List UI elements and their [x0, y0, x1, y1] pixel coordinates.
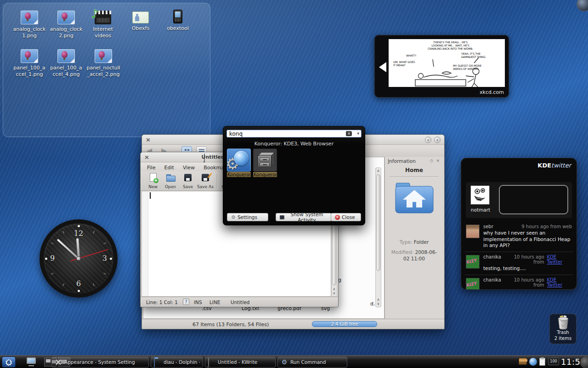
tweet-item[interactable]: chanika 10 hours ago from KDE Twitter te…: [465, 252, 573, 275]
desktop-toolbox-icon[interactable]: [577, 0, 588, 12]
kwallet-tray-icon[interactable]: [519, 358, 527, 365]
chanika-avatar: [466, 255, 480, 269]
vertical-scrollbar[interactable]: ∧ ∧ ∨: [375, 167, 381, 307]
save-button[interactable]: Save: [179, 173, 197, 189]
folder-icon: [154, 358, 161, 366]
tweet-item[interactable]: chanika 10 hours ago from KDE Twitter bl…: [465, 275, 573, 290]
save-as-button[interactable]: Save As: [197, 173, 214, 189]
text-cursor: [150, 192, 151, 199]
tool-label: New: [144, 184, 162, 189]
new-button[interactable]: New: [144, 173, 162, 189]
desktop-icon-panel-100-accel-1[interactable]: panel_100_a ccel_1.png: [11, 49, 48, 78]
clock-dot: [110, 258, 112, 260]
network-tray-icon[interactable]: [529, 358, 537, 366]
tweet-meta: 9 hours ago from web: [521, 224, 572, 229]
task-run-command[interactable]: ⚙ Run Command: [277, 356, 347, 368]
floppy-save-as-icon: [201, 173, 210, 182]
desktop-icon-internet-videos[interactable]: ♪ Internet videos: [85, 11, 121, 39]
trash-can-icon: [556, 315, 570, 330]
task-label: Run Command: [290, 359, 326, 365]
analog-clock-widget[interactable]: 12 3 6 9: [40, 219, 118, 298]
desktop-icon-analog-clock-2[interactable]: analog_clock 2.png: [48, 11, 85, 39]
scroll-up-icon[interactable]: ∧: [332, 287, 337, 291]
konqueror-globe-icon: ⚙: [227, 149, 251, 172]
shade-window-icon[interactable]: ∨: [425, 137, 431, 143]
task-label: Appearance - System Setting: [64, 359, 135, 365]
result-konqueror-browser[interactable]: ⚙ Konqueror: [227, 149, 251, 177]
scroll-down-icon[interactable]: ∨: [332, 291, 337, 295]
tweet-meta: 10 hours ago from: [504, 254, 544, 264]
maximize-window-icon[interactable]: ∧: [434, 137, 441, 143]
chevron-down-icon[interactable]: ▾: [357, 131, 359, 136]
tweet-item[interactable]: sebr 9 hours ago from web why have I nev…: [465, 222, 573, 252]
device-notifier-icon[interactable]: [26, 357, 38, 367]
tweet-input[interactable]: [499, 185, 568, 214]
desktop-icon-panel-noctull-accel-2[interactable]: panel_noctull _accel_2.png: [85, 49, 122, 78]
klipper-tray-icon[interactable]: [539, 358, 545, 366]
trash-count: 2 items: [550, 336, 576, 342]
show-system-activity-button[interactable]: Show System Activity: [276, 213, 332, 221]
menu-view[interactable]: View: [183, 165, 195, 171]
tweet-text: testing, testing....: [483, 265, 572, 272]
logo-kde: KDE: [537, 162, 551, 169]
trash-widget[interactable]: Trash 2 items: [549, 314, 577, 344]
task-kwrite[interactable]: Untitled - KWrite: [205, 356, 276, 368]
krunner-dialog: konq × ▾ Konqueror: KDE3, Web Browser ⚙ …: [223, 126, 365, 225]
clear-text-icon[interactable]: ×: [346, 131, 352, 136]
desktop-icon-obextool[interactable]: obextool: [159, 10, 196, 32]
image-thumbnail-icon: [95, 49, 112, 63]
battery-tray-icon[interactable]: 100: [548, 358, 559, 365]
settings-button[interactable]: ⚙ Settings: [227, 213, 268, 221]
open-button[interactable]: Open: [162, 173, 179, 189]
scroll-up-icon[interactable]: ∧: [376, 169, 381, 173]
scroll-down-icon[interactable]: ∨: [376, 302, 381, 306]
close-button[interactable]: × Close: [331, 213, 361, 221]
kde-menu-button[interactable]: ⚙ K: [2, 356, 16, 368]
wrench-icon: ⚙: [231, 214, 236, 220]
image-thumbnail-icon: [21, 11, 38, 24]
tools-icon: [55, 358, 62, 366]
desktop-icon-analog-clock-1[interactable]: analog_clock 1.png: [11, 11, 48, 39]
floppy-save-icon: [183, 173, 192, 182]
button-label: Settings: [237, 214, 257, 220]
icon-label: obextool: [159, 25, 196, 32]
clock-number: 12: [74, 229, 83, 238]
run-command-input[interactable]: konq × ▾: [226, 130, 362, 138]
file-label-partial[interactable]: d.: [370, 301, 375, 307]
tweet-user: chanika: [483, 277, 501, 288]
menu-file[interactable]: File: [147, 165, 155, 171]
icon-label: panel_100_a ccel_1.png: [11, 65, 48, 78]
insert-mode-indicator[interactable]: INS: [194, 299, 202, 305]
scroll-up-icon[interactable]: ∧: [376, 298, 381, 302]
scrollbar-thumb[interactable]: [376, 174, 380, 271]
menu-edit[interactable]: Edit: [164, 165, 174, 171]
float-panel-icon[interactable]: ◇: [430, 158, 433, 163]
previous-comic-arrow-icon[interactable]: [379, 62, 386, 72]
type-value: Folder: [414, 239, 429, 245]
tool-label: Save: [179, 184, 197, 189]
clock-number: 3: [102, 254, 107, 263]
close-panel-icon[interactable]: ×: [436, 158, 440, 163]
help-button[interactable]: ?: [183, 299, 189, 305]
tool-label: Open: [162, 184, 179, 189]
task-system-settings[interactable]: Appearance - System Setting: [51, 356, 149, 368]
kdetwitter-logo: KDEtwitter: [537, 162, 571, 169]
panel-toolbox-icon[interactable]: [580, 356, 588, 368]
tweet-source-link[interactable]: KDE Twitter: [547, 254, 572, 264]
panel-title: Information: [388, 158, 416, 164]
task-dolphin[interactable]: diau - Dolphin <2>: [151, 356, 203, 368]
close-red-icon: ×: [335, 215, 340, 220]
file-label-partial[interactable]: g: [338, 277, 341, 283]
line-col-indicator: Line: 1 Col: 1: [146, 299, 178, 305]
result-konqueror-filemanager[interactable]: Konqueror: [253, 149, 277, 177]
selection-mode-indicator[interactable]: LINE: [209, 299, 220, 305]
match-description: Konqueror: KDE3, Web Browser: [223, 141, 365, 147]
tweet-user: chanika: [483, 254, 501, 264]
desktop-icon-panel-100-accel-4[interactable]: panel_100_a ccel_4.png: [48, 49, 85, 78]
pda-device-icon: [173, 10, 182, 23]
desktop-icon-obexfs[interactable]: Obexfs: [122, 11, 159, 32]
task-label: Untitled - KWrite: [218, 359, 257, 365]
tweet-source-link[interactable]: KDE Twitter: [547, 277, 572, 288]
tweet-text: why have I never seen an implementation …: [483, 230, 572, 249]
kwrite-page-icon: [208, 358, 215, 366]
